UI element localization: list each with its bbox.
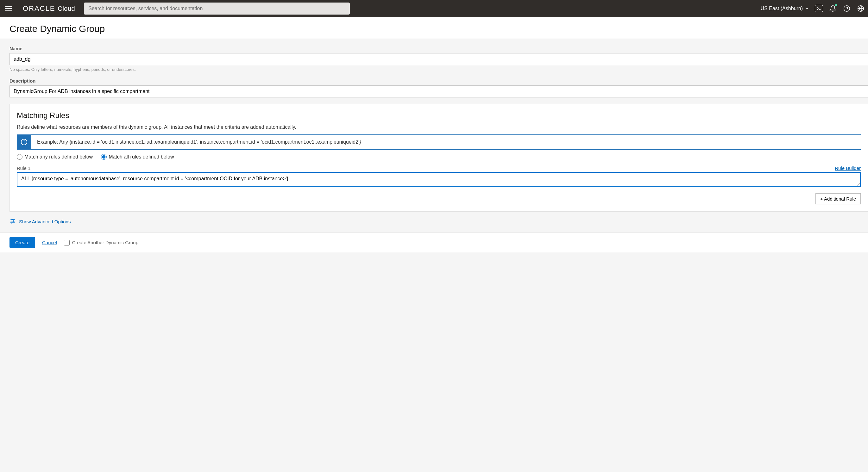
match-any-radio[interactable]: Match any rules defined below: [17, 154, 93, 160]
advanced-options-row: Show Advanced Options: [9, 218, 868, 225]
globe-button[interactable]: [857, 4, 865, 13]
name-input[interactable]: [9, 53, 868, 65]
match-all-radio-input[interactable]: [101, 154, 107, 160]
additional-rule-button[interactable]: + Additional Rule: [815, 193, 861, 204]
page-title: Create Dynamic Group: [9, 24, 859, 34]
create-another-checkbox[interactable]: Create Another Dynamic Group: [64, 240, 138, 245]
logo-product: Cloud: [58, 5, 75, 12]
description-label: Description: [9, 78, 868, 83]
region-name: US East (Ashburn): [761, 6, 803, 11]
matching-rules-panel: Matching Rules Rules define what resourc…: [9, 104, 868, 212]
notifications-button[interactable]: [829, 4, 837, 13]
create-button[interactable]: Create: [9, 237, 35, 248]
description-input[interactable]: [9, 86, 868, 97]
global-search: [84, 3, 350, 14]
create-another-checkbox-input[interactable]: [64, 240, 70, 245]
matching-rules-description: Rules define what resources are members …: [17, 124, 861, 130]
svg-point-13: [11, 222, 12, 223]
terminal-icon: [815, 5, 823, 12]
oracle-cloud-logo[interactable]: ORACLE Cloud: [23, 4, 75, 13]
topbar-right: US East (Ashburn): [761, 4, 865, 13]
page-header: Create Dynamic Group: [0, 17, 868, 39]
region-selector[interactable]: US East (Ashburn): [761, 6, 809, 11]
svg-point-11: [13, 221, 14, 222]
search-input[interactable]: [84, 3, 350, 14]
example-text: Example: Any {instance.id = 'ocid1.insta…: [31, 135, 367, 149]
svg-point-1: [844, 6, 850, 11]
matching-rules-heading: Matching Rules: [17, 111, 861, 120]
match-all-label: Match all rules defined below: [108, 154, 174, 160]
match-any-radio-input[interactable]: [17, 154, 23, 160]
match-mode-radio-group: Match any rules defined below Match all …: [17, 154, 861, 160]
bell-icon: [829, 5, 836, 12]
sliders-icon: [9, 218, 16, 225]
rule-1-label: Rule 1: [17, 165, 30, 171]
show-advanced-options-link[interactable]: Show Advanced Options: [19, 219, 70, 224]
svg-point-9: [11, 219, 12, 220]
chevron-down-icon: [805, 6, 809, 11]
rule-builder-link[interactable]: Rule Builder: [835, 165, 861, 171]
cancel-link[interactable]: Cancel: [42, 240, 57, 245]
rule-1-textarea[interactable]: [17, 172, 861, 187]
help-button[interactable]: [843, 4, 851, 13]
info-icon: [17, 135, 31, 149]
rule-header: Rule 1 Rule Builder: [17, 165, 861, 171]
topbar: ORACLE Cloud US East (Ashburn): [0, 0, 868, 17]
footer-bar: Create Cancel Create Another Dynamic Gro…: [0, 232, 868, 252]
cloud-shell-button[interactable]: [815, 4, 823, 13]
name-label: Name: [9, 46, 868, 51]
description-field-block: Description: [9, 78, 868, 97]
name-field-block: Name No spaces. Only letters, numerals, …: [9, 46, 868, 72]
additional-rule-row: + Additional Rule: [17, 193, 861, 204]
create-another-label: Create Another Dynamic Group: [72, 240, 138, 245]
help-icon: [843, 5, 850, 12]
name-helper-text: No spaces. Only letters, numerals, hyphe…: [9, 67, 868, 72]
example-info-banner: Example: Any {instance.id = 'ocid1.insta…: [17, 134, 861, 149]
logo-brand: ORACLE: [23, 4, 55, 13]
hamburger-menu-button[interactable]: [5, 4, 14, 13]
match-any-label: Match any rules defined below: [24, 154, 93, 160]
globe-icon: [857, 5, 864, 12]
match-all-radio[interactable]: Match all rules defined below: [101, 154, 174, 160]
content-area: Name No spaces. Only letters, numerals, …: [0, 39, 868, 232]
svg-point-7: [24, 140, 24, 141]
